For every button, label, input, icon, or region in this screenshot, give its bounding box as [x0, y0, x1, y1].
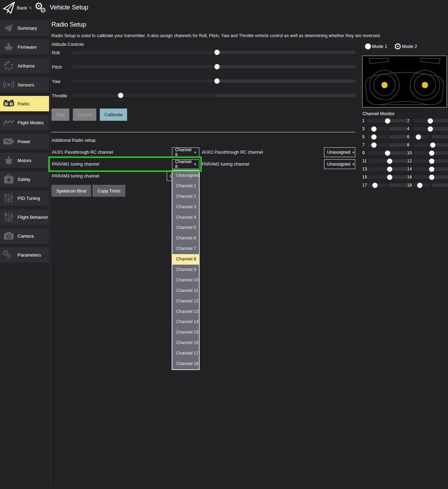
transmitter-sticks-image [362, 56, 447, 107]
cancel-button[interactable]: Cancel [73, 109, 96, 121]
dropdown-option-channel-4[interactable]: Channel 4 [172, 212, 199, 223]
slider-label: Throttle [52, 93, 67, 98]
sidebar-item-label: Sensors [18, 82, 34, 88]
channel-monitor-row-13: 13 [362, 167, 407, 171]
sidebar-item-pid-tuning[interactable]: PID Tuning [0, 190, 49, 206]
aux2-passthrough-dropdown[interactable]: Unassigned [324, 147, 355, 157]
channel-value-dot [416, 134, 421, 140]
flight-modes-icon [0, 116, 18, 130]
sidebar-item-motors[interactable]: Motors [0, 153, 49, 168]
channel-number: 8 [407, 142, 413, 147]
dropdown-option-channel-9[interactable]: Channel 9 [172, 265, 199, 275]
spektrum-bind-button[interactable]: Spektrum Bind [51, 185, 91, 197]
page-title: Vehicle Setup [50, 4, 88, 11]
paper-plane-icon [0, 21, 18, 35]
dropdown-option-channel-15[interactable]: Channel 15 [172, 327, 199, 338]
dropdown-option-channel-18[interactable]: Channel 18 [172, 359, 199, 369]
slider-track[interactable] [73, 51, 356, 54]
dropdown-option-channel-6[interactable]: Channel 6 [172, 233, 199, 244]
skip-button[interactable]: Skip [51, 109, 69, 121]
sidebar-item-label: Camera [18, 233, 34, 239]
sidebar-item-flight-behavior[interactable]: Flight Behavior [0, 209, 49, 225]
channel-number: 3 [362, 126, 367, 131]
dropdown-option-channel-3[interactable]: Channel 3 [172, 202, 199, 212]
channel-monitor-row-16: 16 [407, 175, 448, 179]
channel-monitor-row-10: 10 [407, 151, 448, 155]
aux1-passthrough-label: AUX1 Passthrough RC channel [52, 150, 113, 155]
channel-number: 16 [407, 175, 413, 180]
param3-tuning-label: PARAM3 tuning channel [52, 174, 99, 179]
param2-tuning-dropdown[interactable]: Unassigned [324, 159, 355, 169]
slider-handle[interactable] [214, 50, 220, 55]
slider-handle[interactable] [214, 64, 220, 69]
channel-value-dot [387, 167, 392, 172]
slider-track[interactable] [73, 65, 356, 68]
chevron-down-icon [192, 162, 196, 167]
mode-label: Mode 1 [372, 44, 387, 49]
dropdown-option-unassigned[interactable]: Unassigned [172, 170, 199, 181]
dropdown-option-channel-2[interactable]: Channel 2 [172, 191, 199, 202]
sidebar-item-label: Motors [18, 158, 32, 163]
slider-track[interactable] [73, 94, 356, 97]
chevron-down-icon [350, 162, 354, 167]
channel-monitor-row-14: 14 [407, 167, 448, 171]
radio-icon [0, 97, 18, 111]
dropdown-option-channel-16[interactable]: Channel 16 [172, 338, 199, 348]
aux1-passthrough-dropdown[interactable]: Channel 8 [172, 147, 199, 157]
sidebar-item-flight-modes[interactable]: Flight Modes [0, 115, 49, 130]
back-button[interactable]: Back [17, 5, 27, 11]
sidebar-item-firmware[interactable]: Firmware [0, 39, 49, 55]
section-divider [51, 132, 356, 132]
dropdown-option-channel-17[interactable]: Channel 17 [172, 348, 199, 359]
sidebar-item-power[interactable]: Power [0, 134, 49, 149]
channel-bar [368, 151, 407, 155]
channel-number: 13 [362, 167, 367, 172]
channel-bar [368, 127, 407, 131]
dropdown-option-channel-8[interactable]: Channel 8 [172, 254, 199, 265]
calibrate-button[interactable]: Calibrate [100, 109, 127, 121]
slider-track[interactable] [73, 79, 356, 83]
sidebar-item-parameters[interactable]: ⚙⚙Parameters [0, 247, 49, 263]
dropdown-option-channel-10[interactable]: Channel 10 [172, 275, 199, 286]
sidebar-item-airframe[interactable]: Airframe [0, 58, 49, 74]
dropdown-option-channel-5[interactable]: Channel 5 [172, 223, 199, 233]
section-title: Radio Setup [51, 21, 86, 28]
slider-handle[interactable] [214, 78, 220, 84]
sidebar-item-label: Flight Modes [18, 120, 43, 125]
radio-mode-2[interactable]: Mode 2 [395, 43, 417, 49]
channel-number: 17 [362, 183, 367, 188]
channel-value-dot [429, 151, 434, 156]
sidebar-item-sensors[interactable]: Sensors [0, 77, 49, 92]
sidebar-item-summary[interactable]: Summary [0, 20, 49, 36]
sidebar-item-label: Flight Behavior [18, 215, 48, 220]
channel-number: 7 [362, 142, 367, 147]
channel-number: 12 [407, 159, 413, 163]
channel-monitor: 123456789101112131415161718 [362, 119, 448, 187]
radio-mode-1[interactable]: Mode 1 [365, 43, 387, 49]
channel-bar [368, 143, 407, 147]
dropdown-option-channel-12[interactable]: Channel 12 [172, 296, 199, 307]
param1-tuning-dropdown[interactable]: Channel 8 [172, 159, 199, 169]
dropdown-option-channel-1[interactable]: Channel 1 [172, 181, 199, 191]
dropdown-option-channel-14[interactable]: Channel 14 [172, 317, 199, 327]
slider-handle[interactable] [118, 93, 123, 98]
setup-sidebar: SummaryFirmwareAirframeSensorsRadioFligh… [0, 20, 49, 266]
channel-bar [414, 119, 448, 123]
dropdown-option-channel-7[interactable]: Channel 7 [172, 244, 199, 254]
channel-bar [414, 127, 448, 131]
sidebar-item-safety[interactable]: Safety [0, 172, 49, 187]
copy-trims-button[interactable]: Copy Trims [92, 185, 125, 197]
channel-number: 6 [407, 134, 413, 139]
sidebar-item-radio[interactable]: Radio [0, 96, 49, 111]
sliders-icon [0, 191, 18, 205]
additional-radio-setup-heading: Additional Radio setup: [51, 138, 97, 143]
qgc-logo-paper-plane-icon[interactable] [2, 1, 16, 15]
channel-dropdown-list: UnassignedChannel 1Channel 2Channel 3Cha… [172, 170, 200, 370]
sidebar-item-camera[interactable]: Camera [0, 228, 49, 244]
power-icon [0, 134, 18, 148]
channel-number: 5 [362, 134, 367, 139]
mode-label: Mode 2 [402, 44, 417, 49]
dropdown-option-channel-13[interactable]: Channel 13 [172, 307, 199, 317]
channel-value-dot [429, 167, 434, 172]
dropdown-option-channel-11[interactable]: Channel 11 [172, 286, 199, 296]
